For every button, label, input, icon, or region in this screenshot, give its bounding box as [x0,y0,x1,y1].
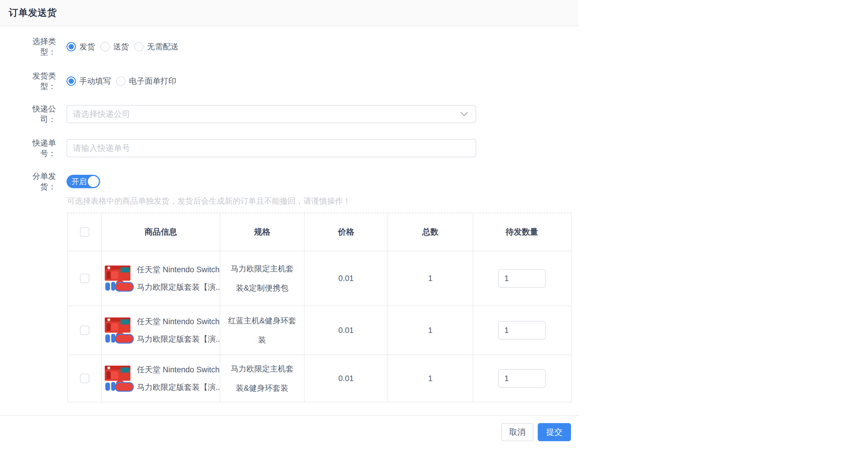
header-product: 商品信息 [102,213,220,251]
spec-cell: 马力欧限定主机套装&定制便携包 [220,251,305,306]
tracking-number-label: 快递单号： [23,138,56,159]
radio-label[interactable]: 送货 [113,41,129,52]
table-header-row: 商品信息 规格 价格 总数 待发数量 [68,213,571,251]
ship-method-options: 手动填写 电子面单打印 [66,76,182,86]
submit-button[interactable]: 提交 [538,423,571,441]
delivery-type-row: 选择类型： 发货 送货 无需配送 [23,40,579,54]
spec-cell: 马力欧限定主机套装&健身环套装 [220,355,305,402]
total-cell: 1 [388,355,473,402]
radio-icon[interactable] [66,76,76,86]
tracking-number-row: 快递单号： [23,139,579,157]
courier-company-row: 快递公司： [23,105,579,123]
total-cell: 1 [388,306,473,354]
qty-input[interactable] [498,369,546,388]
radio-icon[interactable] [100,42,110,51]
courier-company-label: 快递公司： [23,103,56,125]
delivery-type-options: 发货 送货 无需配送 [66,41,184,52]
drawer-header: 订单发送货 [0,0,579,26]
qty-input[interactable] [498,321,546,340]
price-cell: 0.01 [305,355,388,402]
ship-form: 选择类型： 发货 送货 无需配送 发货类型： [0,26,579,402]
table-row: 任天堂 Nintendo Switch 马力欧限定版套装【演... 马力欧限定主… [68,355,571,402]
radio-icon[interactable] [116,76,125,86]
split-shipping-row: 分单发货： 开启 [23,175,579,188]
split-shipping-label: 分单发货： [23,171,56,192]
product-name-line2: 马力欧限定版套装【演... [137,278,220,296]
radio-label[interactable]: 手动填写 [80,76,111,86]
row-checkbox[interactable] [80,374,89,383]
radio-icon[interactable] [66,42,76,51]
product-image [103,316,134,344]
header-spec: 规格 [220,213,305,251]
radio-label[interactable]: 电子面单打印 [129,76,176,86]
toggle-state-label: 开启 [71,177,87,187]
price-cell: 0.01 [305,251,388,306]
radio-label[interactable]: 无需配送 [147,41,179,52]
product-image [103,264,134,292]
price-cell: 0.01 [305,306,388,354]
header-total: 总数 [388,213,473,251]
ship-method-label: 发货类型： [23,71,56,92]
cancel-button[interactable]: 取消 [501,423,533,441]
header-price: 价格 [305,213,388,251]
qty-input[interactable] [498,269,546,288]
tracking-number-input[interactable] [67,140,475,157]
products-table: 商品信息 规格 价格 总数 待发数量 [67,213,571,402]
select-all-checkbox[interactable] [80,227,89,236]
split-shipping-toggle[interactable]: 开启 [66,175,100,188]
delivery-type-label: 选择类型： [23,36,56,57]
radio-option-songhuo[interactable]: 送货 [100,41,129,52]
row-checkbox[interactable] [80,274,89,283]
product-name-line1: 任天堂 Nintendo Switch [137,313,220,330]
drawer-footer: 取消 提交 [0,415,579,441]
radio-label[interactable]: 发货 [80,41,95,52]
header-pending-qty: 待发数量 [473,213,570,251]
table-row: 任天堂 Nintendo Switch 马力欧限定版套装【演... 红蓝主机&健… [68,306,571,355]
product-name-line1: 任天堂 Nintendo Switch [137,361,220,378]
chevron-down-icon [460,112,468,117]
page-title: 订单发送货 [9,6,57,19]
total-cell: 1 [388,251,473,306]
table-row: 任天堂 Nintendo Switch 马力欧限定版套装【演... 马力欧限定主… [68,251,571,306]
product-name-line2: 马力欧限定版套装【演... [137,378,220,396]
spec-cell: 红蓝主机&健身环套装 [220,306,305,354]
product-name-line2: 马力欧限定版套装【演... [137,330,220,348]
order-ship-drawer: 订单发送货 选择类型： 发货 送货 无需配送 发货类型： [0,0,579,473]
product-name-line1: 任天堂 Nintendo Switch [137,261,220,278]
toggle-knob[interactable] [88,176,99,187]
radio-option-ewaybill[interactable]: 电子面单打印 [116,76,176,86]
row-checkbox[interactable] [80,326,89,335]
tracking-number-box[interactable] [66,139,476,157]
radio-icon[interactable] [134,42,144,51]
product-image [103,365,134,392]
split-shipping-hint: 可选择表格中的商品单独发货，发货后会生成新的订单且不能撤回，请谨慎操作！ [67,196,579,206]
courier-company-input[interactable] [67,106,475,123]
radio-option-fahuo[interactable]: 发货 [66,41,95,52]
radio-option-wuxupeisong[interactable]: 无需配送 [134,41,179,52]
courier-company-select[interactable] [66,105,476,123]
ship-method-row: 发货类型： 手动填写 电子面单打印 [23,74,579,88]
radio-option-manual[interactable]: 手动填写 [66,76,111,86]
